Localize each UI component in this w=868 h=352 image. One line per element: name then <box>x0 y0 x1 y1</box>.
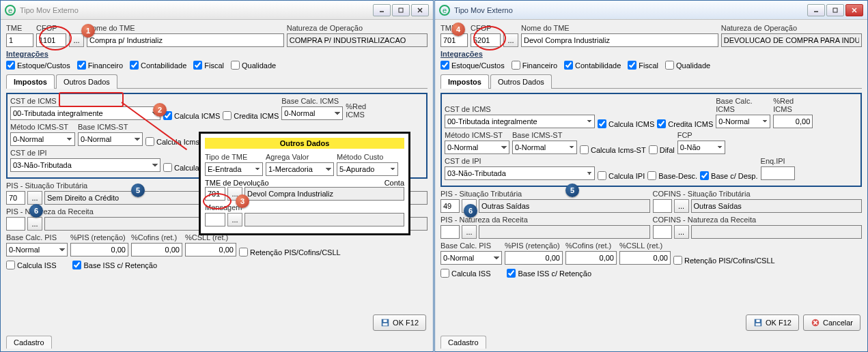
chk-qualidade[interactable]: Qualidade <box>665 61 710 70</box>
close-button[interactable] <box>411 4 429 16</box>
nome-tme-input[interactable] <box>87 33 284 47</box>
cofins-nat-lookup[interactable]: ... <box>674 225 689 239</box>
chk-retencao[interactable]: Retenção PIS/Cofins/CSLL <box>239 248 341 256</box>
chk-fiscal[interactable]: Fiscal <box>193 61 224 70</box>
ok-button[interactable]: OK F12 <box>746 314 799 331</box>
chk-calcula-icms[interactable]: Calcula ICMS <box>163 111 220 120</box>
app-logo-icon: e <box>5 5 16 16</box>
minimize-button[interactable] <box>807 4 825 16</box>
base-calc-pis-select[interactable]: 0-Normal <box>440 251 502 265</box>
chk-calcula-iss[interactable]: Calcula ISS <box>6 261 56 269</box>
integracoes-label: Integrações <box>440 50 862 58</box>
svg-text:e: e <box>8 6 12 14</box>
cst-ipi-select[interactable]: 03-Não-Tributada <box>445 166 595 180</box>
chk-qualidade[interactable]: Qualidade <box>231 61 276 70</box>
cofins-code-input[interactable] <box>653 199 672 213</box>
pis-lookup-button[interactable]: ... <box>27 191 42 205</box>
pis-ret-input[interactable] <box>70 243 128 256</box>
window-title: Tipo Mov Externo <box>20 6 373 14</box>
close-button[interactable] <box>845 4 863 16</box>
marker-5: 5 <box>131 184 145 197</box>
pis-nat-lookup[interactable]: ... <box>462 225 477 239</box>
pis-nat-input[interactable] <box>440 225 460 239</box>
base-calc-pis-select[interactable]: 0-Normal <box>6 243 68 256</box>
pis-code-input[interactable] <box>6 191 25 205</box>
chk-estoque[interactable]: Estoque/Custos <box>6 61 70 70</box>
chk-estoque[interactable]: Estoque/Custos <box>440 61 505 70</box>
marker-4: 4 <box>451 23 465 36</box>
metodo-icmsst-select[interactable]: 0-Normal <box>10 132 75 146</box>
pis-nat-lookup[interactable]: ... <box>27 217 42 231</box>
tab-outros-dados[interactable]: Outros Dados <box>56 74 117 89</box>
base-icmsst-select[interactable]: 0-Normal <box>512 141 577 154</box>
chk-base-iss[interactable]: Base ISS c/ Retenção <box>72 261 157 269</box>
save-icon <box>753 318 763 327</box>
tme-input[interactable] <box>6 33 33 47</box>
csll-ret-input[interactable] <box>185 243 236 256</box>
agrega-select[interactable]: 1-Mercadoria <box>266 162 334 176</box>
chk-financeiro[interactable]: Financeiro <box>512 61 557 70</box>
cancel-button[interactable]: Cancelar <box>803 314 860 331</box>
tme-input[interactable] <box>440 33 468 47</box>
chk-retencao[interactable]: Retenção PIS/Cofins/CSLL <box>673 256 775 265</box>
base-calc-icms-select[interactable]: 0-Normal <box>716 115 770 128</box>
svg-rect-3 <box>399 8 403 12</box>
maximize-button[interactable] <box>392 4 410 16</box>
tab-impostos[interactable]: Impostos <box>6 74 55 89</box>
base-calc-icms-label: Base Calc. ICMS <box>716 97 770 113</box>
cst-ipi-select[interactable]: 03-Não-Tributada <box>10 158 160 172</box>
pis-ret-input[interactable] <box>505 251 563 265</box>
ok-button[interactable]: OK F12 <box>373 314 426 331</box>
red-icms-input[interactable] <box>773 115 813 128</box>
chk-financeiro[interactable]: Financeiro <box>77 61 123 70</box>
chk-calcula-icmsst[interactable]: Calcula Icms-ST <box>580 145 646 154</box>
pis-nat-input[interactable] <box>6 217 25 231</box>
chk-credita-icms[interactable]: Credita ICMS <box>657 119 713 128</box>
base-calc-pis-label: Base Calc. PIS <box>6 233 68 241</box>
chk-contabilidade[interactable]: Contabilidade <box>564 61 621 70</box>
cofins-ret-label: %Cofins (ret.) <box>565 241 617 250</box>
metodo-custo-select[interactable]: 5-Apurado <box>337 162 398 176</box>
metodo-custo-label: Método Custo <box>337 153 398 161</box>
titlebar-left[interactable]: e Tipo Mov Externo <box>1 1 433 20</box>
cst-icms-select[interactable]: 00-Tributada integralmente <box>445 115 595 128</box>
enq-ipi-label: Enq.IPI <box>761 157 795 165</box>
app-logo-icon: e <box>439 5 450 16</box>
base-icmsst-select[interactable]: 0-Normal <box>78 132 143 146</box>
cofins-ret-label: %Cofins (ret.) <box>131 233 182 241</box>
titlebar-right[interactable]: e Tipo Mov Externo <box>435 1 867 20</box>
chk-base-iss[interactable]: Base ISS c/ Retenção <box>507 269 591 278</box>
chk-contabilidade[interactable]: Contabilidade <box>130 61 186 70</box>
mensagem-label: Mensagem <box>205 203 404 211</box>
chk-base-desp[interactable]: Base c/ Desp. <box>700 171 757 180</box>
chk-calcula-icms[interactable]: Calcula ICMS <box>598 119 654 128</box>
chk-difal[interactable]: Difal <box>649 145 675 154</box>
metodo-icmsst-select[interactable]: 0-Normal <box>445 141 509 154</box>
maximize-button[interactable] <box>826 4 844 16</box>
mensagem-code[interactable] <box>205 213 225 226</box>
enq-ipi-input[interactable] <box>761 166 795 180</box>
fcp-select[interactable]: 0-Não <box>677 141 725 154</box>
pis-code-input[interactable] <box>440 199 460 213</box>
nome-tme-input[interactable] <box>521 33 718 47</box>
tab-cadastro[interactable]: Cadastro <box>6 336 52 349</box>
pis-desc-input <box>479 199 650 213</box>
tipo-tme-select[interactable]: E-Entrada <box>205 162 263 176</box>
base-calc-icms-select[interactable]: 0-Normal <box>281 106 343 120</box>
chk-base-desc[interactable]: Base-Desc. <box>647 171 697 180</box>
chk-calcula-iss[interactable]: Calcula ISS <box>440 269 490 278</box>
conta-label: Conta <box>384 179 404 187</box>
chk-credita-icms[interactable]: Credita ICMS <box>223 111 279 120</box>
cofins-ret-input[interactable] <box>565 251 617 265</box>
mensagem-lookup[interactable]: ... <box>227 213 242 226</box>
tab-outros-dados[interactable]: Outros Dados <box>490 74 552 89</box>
minimize-button[interactable] <box>373 4 391 16</box>
tab-cadastro[interactable]: Cadastro <box>440 336 486 349</box>
cofins-ret-input[interactable] <box>131 243 182 256</box>
chk-fiscal[interactable]: Fiscal <box>628 61 658 70</box>
cofins-nat-input[interactable] <box>653 225 672 239</box>
cofins-lookup-button[interactable]: ... <box>674 199 689 213</box>
chk-calcula-ipi[interactable]: Calcula IPI <box>598 171 645 180</box>
tab-impostos[interactable]: Impostos <box>440 74 489 89</box>
csll-ret-input[interactable] <box>619 251 671 265</box>
